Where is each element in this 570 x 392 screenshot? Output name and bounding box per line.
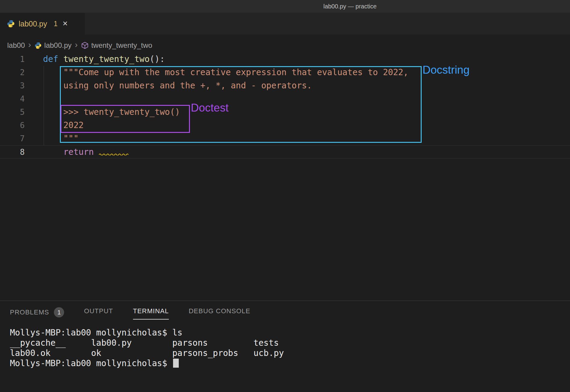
editor-line-6: 6 2022: [0, 119, 570, 132]
line-number[interactable]: 7: [0, 132, 25, 145]
code-text[interactable]: 2022: [25, 119, 84, 132]
tab-problem-count: 1: [54, 20, 58, 28]
editor-line-8: 8 return: [0, 145, 570, 158]
docstring-annotation-label: Docstring: [423, 64, 469, 76]
terminal-line: Mollys-MBP:lab00 mollynicholas$ ls: [10, 328, 284, 338]
code-text[interactable]: [25, 92, 43, 106]
editor-line-2: 2 """Come up with the most creative expr…: [0, 66, 570, 79]
breadcrumb-item-lab00-py[interactable]: lab00.py: [34, 41, 72, 50]
editor-tab-bar: lab00.py 1 ✕: [0, 13, 570, 35]
code-text[interactable]: def twenty_twenty_two():: [25, 53, 165, 66]
line-number[interactable]: 6: [0, 119, 25, 132]
line-number[interactable]: 4: [0, 92, 25, 106]
breadcrumb: lab00›lab00.py›twenty_twenty_two: [7, 38, 152, 52]
panel-tab-label: OUTPUT: [84, 307, 113, 315]
line-number[interactable]: 2: [0, 66, 25, 79]
terminal-cursor: [173, 359, 179, 368]
vscode-window: lab00.py — practice lab00.py 1 ✕ lab00›l…: [0, 0, 570, 392]
panel-tab-problems[interactable]: PROBLEMS1: [10, 307, 64, 321]
code-text[interactable]: """Come up with the most creative expres…: [25, 66, 408, 79]
line-number[interactable]: 3: [0, 79, 25, 92]
breadcrumb-label: lab00: [7, 41, 25, 50]
editor-line-7: 7 """: [0, 132, 570, 145]
panel-tab-label: PROBLEMS: [10, 308, 49, 316]
close-icon[interactable]: ✕: [62, 20, 68, 28]
python-icon: [7, 20, 15, 28]
editor-line-1: 1def twenty_twenty_two():: [0, 53, 570, 66]
code-text[interactable]: """: [25, 132, 79, 145]
panel-tab-bar: PROBLEMS1OUTPUTTERMINALDEBUG CONSOLE: [10, 307, 270, 321]
chevron-right-icon: ›: [28, 41, 31, 49]
window-titlebar: lab00.py — practice: [0, 0, 570, 13]
code-text[interactable]: return: [25, 145, 130, 158]
problems-count-badge: 1: [54, 307, 64, 317]
editor-line-4: 4: [0, 92, 570, 106]
panel-tab-label: TERMINAL: [133, 307, 169, 315]
line-number[interactable]: 8: [0, 145, 25, 158]
code-text[interactable]: >>> twenty_twenty_two(): [25, 106, 180, 119]
terminal-line: Mollys-MBP:lab00 mollynicholas$: [10, 358, 284, 369]
window-title: lab00.py — practice: [324, 3, 377, 10]
panel-tab-debug-console[interactable]: DEBUG CONSOLE: [189, 307, 250, 319]
editor-code-area[interactable]: 1def twenty_twenty_two():2 """Come up wi…: [0, 53, 570, 158]
python-icon: [34, 42, 42, 49]
line-number[interactable]: 1: [0, 53, 25, 66]
chevron-right-icon: ›: [75, 41, 78, 49]
warning-squiggle-icon: [99, 147, 130, 157]
terminal-line: lab00.ok ok parsons_probs ucb.py: [10, 348, 284, 358]
symbol-icon: [81, 41, 89, 49]
editor-line-5: 5 >>> twenty_twenty_two(): [0, 106, 570, 119]
panel-tab-label: DEBUG CONSOLE: [189, 307, 250, 315]
doctest-annotation-label: Doctest: [191, 102, 228, 114]
terminal-line: __pycache__ lab00.py parsons tests: [10, 338, 284, 348]
tab-lab00-py[interactable]: lab00.py 1 ✕: [0, 13, 85, 35]
editor-line-3: 3 using only numbers and the +, *, and -…: [0, 79, 570, 92]
tab-filename: lab00.py: [19, 20, 47, 28]
line-number[interactable]: 5: [0, 106, 25, 119]
panel-tab-terminal[interactable]: TERMINAL: [133, 307, 169, 320]
breadcrumb-item-lab00[interactable]: lab00: [7, 41, 25, 50]
breadcrumb-label: twenty_twenty_two: [91, 41, 152, 50]
panel-divider: [0, 301, 570, 301]
breadcrumb-item-twenty-twenty-two[interactable]: twenty_twenty_two: [81, 41, 152, 50]
terminal-output[interactable]: Mollys-MBP:lab00 mollynicholas$ ls__pyca…: [10, 328, 284, 369]
panel-tab-output[interactable]: OUTPUT: [84, 307, 113, 319]
breadcrumb-label: lab00.py: [44, 41, 72, 50]
code-text[interactable]: using only numbers and the +, *, and - o…: [25, 79, 312, 92]
